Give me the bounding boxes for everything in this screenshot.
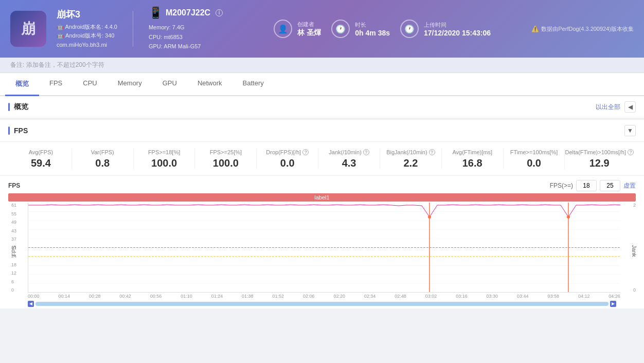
fps-chart-container: FPS FPS(>=) 虚置 label1 FPS Jank 615549433… — [0, 176, 644, 308]
upload-content: 上传时间 17/12/2020 15:43:06 — [424, 21, 491, 37]
tab-overview[interactable]: 概览 — [5, 73, 39, 96]
notes-bar: 备注: 添加备注，不超过200个字符 — [0, 58, 644, 73]
creator-content: 创建者 林 圣煇 — [297, 21, 321, 38]
android-dot: 🤖 — [57, 24, 65, 30]
device-gpu: GPU: ARM Mali-G57 — [149, 42, 223, 51]
device-name: M2007J22C — [166, 8, 210, 17]
var-fps-value: 0.8 — [72, 157, 133, 169]
fps-threshold-input2[interactable] — [600, 180, 620, 191]
header: 崩坏3 🤖 Android版本名: 4.4.0 🤖 Android版本号: 34… — [0, 0, 644, 58]
fps18-value: 100.0 — [134, 157, 195, 169]
device-section: 📱 M2007J22C i Memory: 7.4G CPU: mt6853 G… — [149, 6, 223, 51]
tab-network[interactable]: Network — [187, 73, 232, 96]
delta-help-icon[interactable]: ? — [628, 149, 634, 155]
upload-value: 17/12/2020 15:43:06 — [424, 29, 491, 37]
chart-label-bar: label1 — [8, 193, 636, 202]
notes-placeholder[interactable]: 添加备注，不超过200个字符 — [26, 61, 104, 68]
svg-point-15 — [567, 215, 570, 219]
tab-cpu[interactable]: CPU — [73, 73, 107, 96]
delta-value: 12.9 — [565, 157, 634, 169]
drop-label: Drop(FPS)[/h] ? — [257, 149, 318, 155]
fps25-label: FPS>=25[%] — [195, 149, 256, 155]
phone-icon: 📱 — [149, 6, 163, 20]
bigjank-value: 2.2 — [380, 157, 441, 169]
scrollbar-thumb — [35, 302, 609, 306]
nav-tabs: 概览 FPS CPU Memory GPU Network Battery — [0, 73, 644, 96]
overview-title: 概览 — [8, 102, 28, 112]
upload-icon: 🕐 — [400, 20, 419, 38]
fps-collapse-button[interactable]: ▼ — [624, 125, 636, 136]
tab-fps[interactable]: FPS — [39, 73, 73, 96]
scrollbar-left-btn[interactable] — [28, 301, 34, 307]
tab-gpu[interactable]: GPU — [152, 73, 187, 96]
fps-threshold-input1[interactable] — [576, 180, 597, 191]
jank-help-icon[interactable]: ? — [363, 149, 369, 155]
bigjank-label: BigJank(/10min) ? — [380, 149, 441, 155]
stat-jank: Jank(/10min) ? 4.3 — [318, 149, 380, 169]
tab-battery[interactable]: Battery — [232, 73, 274, 96]
export-button[interactable]: 以出全部 — [596, 103, 620, 112]
duration-label: 时长 — [355, 21, 390, 29]
android-dot2: 🤖 — [57, 32, 65, 39]
fps18-label: FPS>=18[%] — [134, 149, 195, 155]
device-specs: Memory: 7.4G CPU: mt6853 GPU: ARM Mali-G… — [149, 23, 223, 51]
avg-fps-value: 59.4 — [10, 157, 71, 169]
duration-icon: 🕐 — [331, 20, 350, 38]
warning-icon: ⚠️ — [531, 25, 539, 32]
duration-value: 0h 4m 38s — [355, 29, 390, 37]
avgftime-value: 16.8 — [442, 157, 503, 169]
tab-memory[interactable]: Memory — [108, 73, 152, 96]
fps-section-header: FPS ▼ — [0, 119, 644, 142]
stat-var-fps: Var(FPS) 0.8 — [72, 149, 134, 169]
stat-fps18: FPS>=18[%] 100.0 — [134, 149, 195, 169]
scrollbar-container — [8, 301, 636, 307]
stat-avg-fps: Avg(FPS) 59.4 — [10, 149, 72, 169]
stat-bigjank: BigJank(/10min) ? 2.2 — [380, 149, 442, 169]
jank-value: 4.3 — [318, 157, 380, 169]
svg-marker-17 — [612, 302, 615, 305]
y-axis-left: 61554943373124181260 — [11, 203, 16, 293]
scrollbar-right-btn[interactable] — [610, 301, 616, 307]
device-top: 📱 M2007J22C i — [149, 6, 223, 20]
duration-content: 时长 0h 4m 38s — [355, 21, 390, 37]
duration-stat: 🕐 时长 0h 4m 38s — [331, 20, 390, 38]
perfdog-info: ⚠️ 数据由PerfDog(4.3.200924)版本收集 — [531, 25, 634, 33]
fps-chart-wrapper: label1 FPS Jank 61554943373124181260 210 — [8, 193, 636, 306]
device-memory: Memory: 7.4G — [149, 23, 223, 32]
stat-fps25: FPS>=25[%] 100.0 — [195, 149, 257, 169]
device-info-icon[interactable]: i — [216, 9, 223, 16]
chart-title: FPS — [8, 182, 20, 189]
collapse-button[interactable]: ◀ — [624, 101, 636, 113]
divider1 — [133, 11, 133, 47]
overview-section-header: 概览 以出全部 ◀ — [0, 96, 644, 118]
apply-button[interactable]: 虚置 — [623, 182, 636, 190]
y-axis-right: 210 — [633, 203, 636, 293]
ftime100-value: 0.0 — [504, 157, 565, 169]
game-title: 崩坏3 — [57, 8, 117, 21]
header-stats: 👤 创建者 林 圣煇 🕐 时长 0h 4m 38s 🕐 上传时间 17/12/2… — [243, 20, 521, 38]
game-icon — [10, 11, 46, 47]
creator-icon: 👤 — [274, 20, 292, 38]
fps-chart-svg — [28, 203, 620, 293]
jank-label: Jank(/10min) ? — [318, 149, 380, 155]
stat-avgftime: Avg(FTime)[ms] 16.8 — [442, 149, 504, 169]
svg-point-13 — [428, 215, 431, 219]
overview-actions: 以出全部 ◀ — [596, 101, 636, 113]
avgftime-label: Avg(FTime)[ms] — [442, 149, 503, 155]
creator-stat: 👤 创建者 林 圣煇 — [274, 20, 321, 38]
delta-label: Delta(FTime)>100ms[/h] ? — [565, 149, 634, 155]
creator-value: 林 圣煇 — [297, 28, 321, 38]
fps-threshold: FPS(>=) 虚置 — [550, 180, 636, 191]
device-cpu: CPU: mt6853 — [149, 32, 223, 42]
package-name: com.miHoYo.bh3.mi — [57, 41, 117, 50]
notes-label: 备注: — [10, 61, 24, 68]
ftime100-label: FTime>=100ms[%] — [504, 149, 565, 155]
bigjank-help-icon[interactable]: ? — [429, 149, 435, 155]
stat-drop: Drop(FPS)[/h] ? 0.0 — [257, 149, 318, 169]
upload-stat: 🕐 上传时间 17/12/2020 15:43:06 — [400, 20, 491, 38]
drop-help-icon[interactable]: ? — [302, 149, 309, 155]
stat-ftime100: FTime>=100ms[%] 0.0 — [504, 149, 565, 169]
upload-label: 上传时间 — [424, 21, 491, 29]
scrollbar-track[interactable] — [35, 302, 609, 306]
x-axis: 00:0000:1400:2800:4200:5601:1001:2401:38… — [28, 294, 620, 299]
